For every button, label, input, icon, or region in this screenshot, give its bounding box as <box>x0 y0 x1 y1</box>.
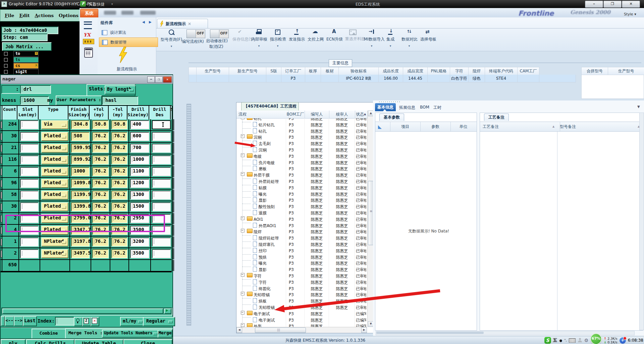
tree-row-无铅喷锡[interactable]: 无铅喷锡P3陈惠芝陈惠芝已审核 <box>236 304 366 311</box>
slot-len-cell[interactable] <box>19 154 40 165</box>
layer-input[interactable]: drl <box>20 85 51 94</box>
slot-len-input[interactable] <box>20 120 39 129</box>
finish-size-input[interactable]: 3197.86 <box>71 237 90 247</box>
tree-row-字符[interactable]: 字符P3陈惠芝陈惠芝已审核 <box>236 273 366 279</box>
drill-des-input[interactable] <box>152 202 171 211</box>
units-dropdown[interactable]: ml/my <box>120 317 145 326</box>
plus-tol-input[interactable]: 76.2 <box>92 249 109 258</box>
type-cell[interactable]: NPlated <box>40 248 70 259</box>
plus-tol-input[interactable]: 50.8 <box>92 120 109 129</box>
type-cell[interactable]: NPlated <box>40 236 70 248</box>
drill-size-cell[interactable]: 1500 <box>129 201 151 212</box>
ribbon-button[interactable]: 发送指示 <box>289 29 304 42</box>
tree-row-电子测试[interactable]: 电子测试P3陈惠芝已编写 <box>236 311 366 317</box>
close-icon[interactable]: × <box>188 21 191 26</box>
write-flow-toggle[interactable]: OFF <box>186 29 205 38</box>
finish-size-cell[interactable]: 599.95 <box>70 143 91 154</box>
drill-des-cell[interactable] <box>151 131 172 142</box>
tree-row-烘板[interactable]: 烘板P3陈惠芝陈惠芝已审核 <box>236 298 366 304</box>
type-cell[interactable]: Plated <box>40 131 70 142</box>
plus-tol-input[interactable]: 76.2 <box>92 167 109 176</box>
minus-tol-input[interactable]: 76.2 <box>111 249 127 258</box>
col-flow[interactable]: 流程 <box>236 111 288 118</box>
scroll-right-icon[interactable]: ▶ <box>361 327 367 333</box>
minus-tol-input[interactable]: 50.8 <box>111 120 127 129</box>
finish-size-cell[interactable]: 508 <box>70 131 91 142</box>
drill-des-cell[interactable] <box>151 143 172 154</box>
new-flow-button[interactable]: 新流程指示 <box>98 66 156 72</box>
tab-extended-info[interactable]: 拓展信息 <box>399 105 415 111</box>
tree-row-退膜[interactable]: 退膜P3陈惠芝陈惠芝已审核 <box>236 210 366 216</box>
style-dropdown[interactable]: Style ▾ <box>624 12 636 16</box>
type-cell[interactable]: Plated <box>40 190 70 201</box>
col-header[interactable]: 合拼型号 <box>581 67 608 75</box>
col-header[interactable]: 新生产型号 <box>229 67 266 75</box>
layer-row[interactable]: to➤ <box>0 51 79 57</box>
col-header[interactable]: 生产型号 <box>197 67 229 75</box>
col-writer[interactable]: 编写人 <box>305 111 329 118</box>
type-cell[interactable]: Plated <box>40 154 70 165</box>
title-bar[interactable]: ✕ Graphic Editor 9.07b2 (00@HY-HYCAM-PC1… <box>0 0 644 8</box>
dot-icon[interactable]: ● <box>559 339 562 342</box>
panel-grip[interactable] <box>378 101 400 102</box>
user-parameters-input[interactable]: hasl <box>102 96 138 105</box>
factory-icon[interactable]: YX <box>83 32 94 46</box>
minus-tol-input[interactable]: 76.2 <box>111 144 127 153</box>
layer-row[interactable]: ts <box>0 57 79 63</box>
layer-checkbox[interactable] <box>4 58 8 62</box>
slots-dropdown[interactable]: By length <box>105 85 136 94</box>
type-cell[interactable]: Plated <box>40 166 70 177</box>
scroll-thumb[interactable] <box>255 328 306 333</box>
expand-icon[interactable] <box>241 273 245 277</box>
plus-tol-cell[interactable]: 76.2 <box>91 131 110 142</box>
drill-size-cell[interactable]: 700 <box>129 143 151 154</box>
drill-size-cell[interactable]: 400 <box>129 119 151 130</box>
tree-row-钻孔[interactable]: 钻孔P3陈惠芝陈惠芝已审核 <box>236 128 366 135</box>
minus-tol-input[interactable]: 76.2 <box>111 167 127 176</box>
drill-size-input[interactable]: 1500 <box>130 202 149 211</box>
minus-tol-cell[interactable]: 76.2 <box>110 236 129 248</box>
finish-size-cell[interactable]: 3497.58 <box>70 248 91 259</box>
drill-size-input[interactable]: 1100 <box>130 167 149 176</box>
scroll-right-icon[interactable] <box>164 308 171 314</box>
finish-size-cell[interactable]: 304.8 <box>70 119 91 130</box>
minus-tol-cell[interactable]: 76.2 <box>110 190 129 201</box>
layer-checkbox[interactable] <box>4 64 8 68</box>
layer-row[interactable]: cs➤ <box>0 63 79 69</box>
start-modify-toggle[interactable]: OFF <box>210 29 229 38</box>
col-header[interactable]: 阻焊 <box>469 67 485 75</box>
plus-tol-input[interactable]: 76.2 <box>92 191 109 200</box>
drill-des-cell[interactable] <box>151 166 172 177</box>
thickness-input[interactable]: 1600 <box>20 96 49 105</box>
layer-checkbox[interactable] <box>4 52 8 56</box>
drill-size-cell[interactable]: 1000 <box>129 154 151 165</box>
layer-row[interactable]: sig2t <box>0 69 79 75</box>
drill-size-input[interactable]: 1200 <box>130 179 149 188</box>
ribbon-button[interactable]: 指示检查▾ <box>270 29 285 48</box>
tree-row-沉铜[interactable]: 沉铜P3陈惠芝陈惠芝已审核 <box>236 147 366 153</box>
drill-des-input[interactable] <box>152 120 171 129</box>
col-header[interactable]: 板材 <box>321 67 339 75</box>
expand-icon[interactable] <box>241 216 245 220</box>
minus-tol-input[interactable]: 76.2 <box>111 191 127 200</box>
col-header[interactable]: 成品宽度 <box>403 67 428 75</box>
plus-tol-cell[interactable]: 76.2 <box>91 201 110 212</box>
plus-tol-cell[interactable]: 76.2 <box>91 248 110 259</box>
slot-len-input[interactable] <box>20 179 39 188</box>
tree-row-去毛刺[interactable]: 去毛刺P3陈惠芝陈惠芝已审核 <box>236 141 366 147</box>
tree-row-酸性蚀刻[interactable]: 酸性蚀刻P3陈惠芝陈惠芝已审核 <box>236 204 366 210</box>
minus-tol-input[interactable]: 76.2 <box>111 202 127 211</box>
panel-vertical-scrollbar[interactable] <box>639 113 644 330</box>
tree-row-磨板[interactable]: 磨板P3陈惠芝陈惠芝已审核 <box>236 166 366 172</box>
page-tool-button[interactable]: Z <box>82 317 91 326</box>
drill-size-input[interactable]: 600 <box>130 132 149 141</box>
col-header[interactable]: S版 <box>266 67 281 75</box>
vertical-splitter[interactable] <box>186 104 191 326</box>
slot-len-input[interactable] <box>20 202 39 211</box>
tree-row-显影[interactable]: 显影P3陈惠芝陈惠芝已审核 <box>236 197 366 204</box>
tree-row-电子测试[interactable]: 电子测试P3陈惠芝已编写 <box>236 317 366 324</box>
sidebar-item-data-management[interactable]: 数据管理 <box>99 38 158 47</box>
col-header[interactable]: 板厚 <box>305 67 321 75</box>
drill-des-cell[interactable] <box>151 248 172 259</box>
slot-len-input[interactable] <box>20 237 39 247</box>
